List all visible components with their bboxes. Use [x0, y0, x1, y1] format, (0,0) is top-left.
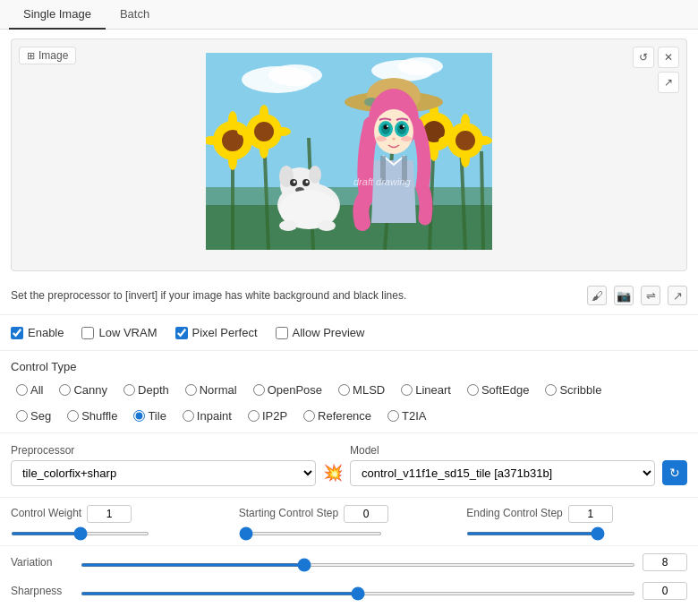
- allow-preview-checkbox-input[interactable]: [276, 327, 288, 339]
- model-label: Model: [350, 444, 655, 457]
- link-icon[interactable]: ↗: [668, 286, 687, 305]
- fire-button[interactable]: 💥: [323, 449, 343, 483]
- control-seg[interactable]: Seg: [11, 406, 56, 425]
- control-type-group-row2: Seg Shuffle Tile Inpaint IP2P Reference …: [0, 403, 698, 429]
- tab-bar: Single Image Batch: [0, 0, 698, 30]
- starting-step-col: Starting Control Step: [239, 505, 460, 538]
- svg-point-65: [376, 136, 387, 141]
- svg-point-2: [268, 64, 322, 86]
- sharpness-label: Sharpness: [11, 585, 73, 597]
- pixel-perfect-checkbox[interactable]: Pixel Perfect: [175, 326, 258, 339]
- image-upload-area[interactable]: ⊞ Image ↺ ✕ ↗: [11, 38, 687, 271]
- control-normal[interactable]: Normal: [180, 381, 243, 399]
- svg-point-62: [387, 125, 388, 127]
- svg-point-64: [392, 138, 396, 141]
- svg-rect-13: [206, 205, 492, 250]
- three-col-sliders: Control Weight Starting Control Step End…: [11, 505, 687, 538]
- control-canny[interactable]: Canny: [54, 381, 113, 399]
- svg-point-16: [228, 111, 237, 129]
- ending-step-value[interactable]: [568, 505, 613, 523]
- ending-step-slider[interactable]: [466, 532, 605, 535]
- image-controls: ↺ ✕ ↗: [633, 47, 679, 93]
- svg-point-50: [318, 220, 336, 231]
- control-depth[interactable]: Depth: [118, 381, 174, 399]
- variation-label: Variation: [11, 556, 73, 569]
- svg-point-44: [294, 181, 296, 184]
- svg-point-34: [461, 114, 470, 130]
- paint-icon[interactable]: 🖌: [587, 286, 607, 305]
- variation-value[interactable]: [643, 553, 687, 571]
- control-type-label: Control Type: [0, 355, 698, 377]
- control-type-group: All Canny Depth Normal OpenPose MLSD Lin…: [0, 377, 698, 403]
- tab-single-image[interactable]: Single Image: [9, 0, 106, 30]
- image-label: ⊞ Image: [19, 47, 76, 64]
- checkboxes-row: Enable Low VRAM Pixel Perfect Allow Prev…: [0, 319, 698, 346]
- refresh-icon[interactable]: ↻: [662, 460, 687, 485]
- starting-step-label: Starting Control Step: [239, 507, 338, 519]
- starting-step-slider[interactable]: [239, 532, 382, 535]
- control-mlsd[interactable]: MLSD: [333, 381, 390, 399]
- ending-step-col: Ending Control Step: [466, 505, 687, 538]
- svg-point-63: [403, 125, 404, 127]
- control-ip2p[interactable]: IP2P: [243, 406, 293, 425]
- control-tile[interactable]: Tile: [128, 406, 171, 425]
- sharpness-value[interactable]: [643, 582, 687, 600]
- draft-watermark: draft drawing: [353, 176, 411, 187]
- svg-point-22: [260, 105, 268, 121]
- control-lineart[interactable]: Lineart: [396, 381, 456, 399]
- info-text: Set the preprocessor to [invert] if your…: [11, 289, 406, 302]
- control-reference[interactable]: Reference: [298, 406, 377, 425]
- model-select[interactable]: control_v11f1e_sd15_tile [a371b31b]: [350, 460, 655, 486]
- fire-icon[interactable]: 💥: [323, 464, 343, 482]
- low-vram-checkbox-input[interactable]: [81, 327, 94, 339]
- ending-step-label: Ending Control Step: [466, 507, 562, 519]
- svg-point-36: [438, 136, 455, 145]
- control-inpaint[interactable]: Inpaint: [177, 406, 237, 425]
- info-icons-group: 🖌 📷 ⇌ ↗: [587, 286, 687, 305]
- transfer-icon[interactable]: ⇌: [641, 286, 660, 305]
- enable-checkbox[interactable]: Enable: [11, 326, 64, 339]
- svg-point-24: [237, 127, 253, 136]
- svg-point-49: [279, 220, 297, 231]
- control-openpose[interactable]: OpenPose: [248, 381, 328, 399]
- low-vram-checkbox[interactable]: Low VRAM: [81, 326, 157, 339]
- pixel-perfect-checkbox-input[interactable]: [175, 327, 188, 339]
- control-scribble[interactable]: Scribble: [540, 381, 607, 399]
- model-group: Model control_v11f1e_sd15_tile [a371b31b…: [350, 444, 655, 486]
- variation-slider[interactable]: [81, 563, 635, 567]
- svg-point-41: [309, 166, 321, 184]
- svg-point-29: [430, 143, 438, 161]
- control-t2ia[interactable]: T2IA: [382, 406, 431, 425]
- control-all[interactable]: All: [11, 381, 48, 399]
- close-button[interactable]: ✕: [658, 47, 679, 68]
- control-weight-label: Control Weight: [11, 507, 81, 519]
- allow-preview-checkbox[interactable]: Allow Preview: [276, 326, 365, 339]
- preprocessor-model-row: Preprocessor tile_colorfix+sharp tile_re…: [0, 437, 698, 493]
- preprocessor-label: Preprocessor: [11, 444, 316, 457]
- svg-point-37: [476, 136, 492, 145]
- undo-button[interactable]: ↺: [633, 47, 654, 68]
- control-weight-col: Control Weight: [11, 505, 232, 538]
- enable-checkbox-input[interactable]: [11, 327, 23, 339]
- svg-point-17: [228, 152, 237, 170]
- refresh-button[interactable]: ↻: [662, 446, 687, 485]
- camera-icon[interactable]: 📷: [614, 286, 634, 305]
- sliders-section: Control Weight Starting Control Step End…: [0, 501, 698, 542]
- svg-point-45: [306, 181, 309, 184]
- control-softedge[interactable]: SoftEdge: [462, 381, 535, 399]
- svg-point-35: [461, 151, 470, 167]
- sharpness-slider[interactable]: [81, 592, 635, 595]
- starting-step-value[interactable]: [344, 505, 388, 523]
- preprocessor-select[interactable]: tile_colorfix+sharp tile_resample tile_c…: [11, 460, 316, 486]
- control-weight-value[interactable]: [87, 505, 132, 523]
- expand-button[interactable]: ↗: [658, 72, 679, 93]
- sharpness-slider-container: [81, 585, 635, 598]
- svg-point-4: [398, 57, 443, 75]
- image-display: draft drawing: [12, 39, 686, 263]
- sharpness-row: Sharpness: [0, 578, 698, 603]
- variation-row: Variation: [0, 550, 698, 575]
- tab-batch[interactable]: Batch: [106, 0, 164, 30]
- control-weight-slider[interactable]: [11, 532, 149, 535]
- svg-point-66: [401, 136, 412, 141]
- control-shuffle[interactable]: Shuffle: [62, 406, 123, 425]
